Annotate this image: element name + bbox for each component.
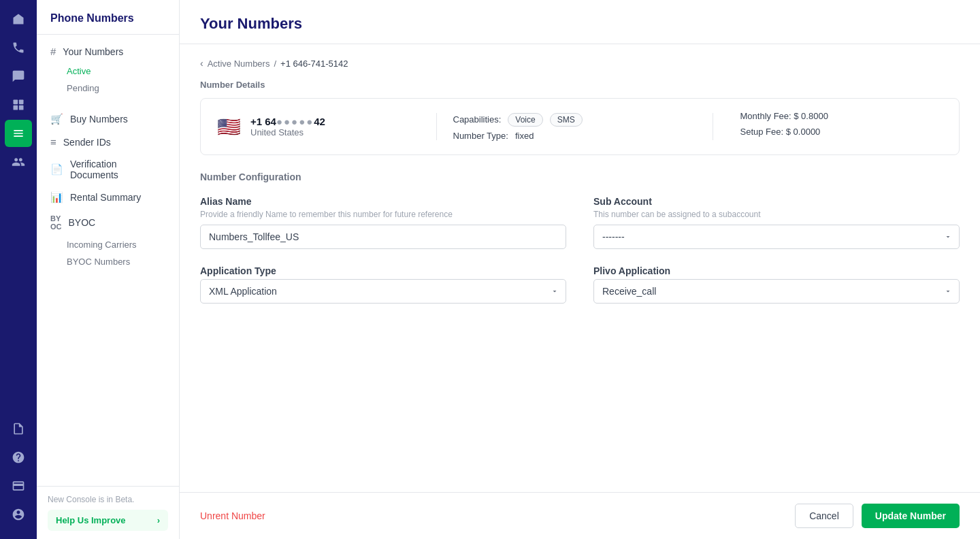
sub-account-hint: This number can be assigned to a subacco… bbox=[593, 210, 960, 219]
plivo-app-select[interactable]: Receive_call bbox=[593, 279, 960, 304]
sidebar-title: Phone Numbers bbox=[37, 0, 179, 35]
sidebar-item-sender-ids[interactable]: ≡ Sender IDs bbox=[37, 131, 179, 153]
sidebar-your-numbers-label: Your Numbers bbox=[63, 46, 123, 57]
message-icon[interactable] bbox=[5, 63, 32, 90]
app-type-select[interactable]: XML Application PHLO bbox=[200, 279, 566, 304]
breadcrumb-current: +1 646-741-5142 bbox=[280, 59, 348, 69]
phone-numbers-icon[interactable] bbox=[5, 120, 32, 147]
action-buttons: Cancel Update Number bbox=[795, 504, 960, 528]
monthly-fee-row: Monthly Fee: $ 0.8000 bbox=[740, 111, 943, 121]
number-card: 🇺🇸 +1 64●●●●●42 United States Capabiliti… bbox=[200, 98, 960, 155]
page-title: Your Numbers bbox=[200, 15, 960, 33]
alias-name-input[interactable] bbox=[200, 225, 566, 249]
help-circle-icon[interactable] bbox=[5, 444, 32, 471]
main-header: Your Numbers bbox=[180, 0, 980, 44]
flag-icon: 🇺🇸 bbox=[217, 116, 241, 138]
sidebar-item-your-numbers[interactable]: # Your Numbers bbox=[37, 40, 179, 63]
sidebar-footer: New Console is in Beta. Help Us Improve … bbox=[37, 486, 179, 539]
docs-icon[interactable] bbox=[5, 415, 32, 442]
help-improve-button[interactable]: Help Us Improve › bbox=[48, 510, 168, 531]
main-body: ‹ Active Numbers / +1 646-741-5142 Numbe… bbox=[180, 44, 980, 492]
unrent-button[interactable]: Unrent Number bbox=[200, 510, 265, 521]
alias-name-field: Alias Name Provide a friendly Name to re… bbox=[200, 196, 566, 249]
chevron-right-icon: › bbox=[157, 515, 160, 525]
plivo-app-label: Plivo Application bbox=[593, 265, 960, 276]
plivo-application-field: Plivo Application Receive_call bbox=[593, 265, 960, 304]
number-type-value: fixed bbox=[515, 131, 534, 141]
app-type-label: Application Type bbox=[200, 265, 566, 276]
billing-icon[interactable] bbox=[5, 472, 32, 500]
sidebar-sender-ids-label: Sender IDs bbox=[63, 137, 111, 148]
beta-text: New Console is in Beta. bbox=[48, 495, 168, 504]
sidebar-byoc-label: BYOC bbox=[69, 217, 96, 228]
voice-badge: Voice bbox=[508, 113, 542, 127]
divider-2 bbox=[713, 113, 713, 140]
capabilities-label: Capabilities: bbox=[453, 114, 502, 125]
number-type-label: Number Type: bbox=[453, 131, 508, 141]
application-type-field: Application Type XML Application PHLO bbox=[200, 265, 566, 304]
sidebar: Phone Numbers # Your Numbers Active Pend… bbox=[37, 0, 180, 539]
divider-1 bbox=[436, 113, 437, 140]
config-section: Number Configuration Alias Name Provide … bbox=[200, 172, 960, 304]
sidebar-subitem-pending[interactable]: Pending bbox=[37, 80, 179, 97]
sidebar-item-byoc[interactable]: BYOC BYOC bbox=[37, 209, 179, 236]
contacts-icon[interactable] bbox=[5, 148, 32, 176]
main-content: Your Numbers ‹ Active Numbers / +1 646-7… bbox=[180, 0, 980, 539]
hash-sidebar-icon: # bbox=[50, 46, 56, 57]
sms-badge: SMS bbox=[550, 113, 583, 127]
cart-icon: 🛒 bbox=[50, 113, 63, 125]
sidebar-verification-label: Verification Documents bbox=[70, 159, 165, 180]
config-title: Number Configuration bbox=[200, 172, 960, 182]
sidebar-subitem-active[interactable]: Active bbox=[37, 63, 179, 80]
sub-account-field: Sub Account This number can be assigned … bbox=[593, 196, 960, 249]
config-grid: Alias Name Provide a friendly Name to re… bbox=[200, 196, 960, 304]
phone-icon[interactable] bbox=[5, 34, 32, 61]
cancel-button[interactable]: Cancel bbox=[795, 504, 853, 528]
back-arrow[interactable]: ‹ bbox=[200, 58, 203, 69]
setup-fee-row: Setup Fee: $ 0.0000 bbox=[740, 127, 943, 137]
sender-icon: ≡ bbox=[50, 136, 56, 148]
sidebar-item-verification[interactable]: 📄 Verification Documents bbox=[37, 153, 179, 186]
sidebar-subitem-incoming-carriers[interactable]: Incoming Carriers bbox=[37, 236, 179, 253]
svg-rect-0 bbox=[14, 100, 18, 105]
sub-account-select[interactable]: ------- bbox=[593, 225, 960, 249]
sidebar-rental-label: Rental Summary bbox=[70, 192, 141, 203]
number-details-label: Number Details bbox=[200, 80, 960, 90]
sidebar-subitem-byoc-numbers[interactable]: BYOC Numbers bbox=[37, 253, 179, 270]
home-icon[interactable] bbox=[5, 5, 32, 33]
phone-country: United States bbox=[250, 127, 325, 137]
svg-rect-1 bbox=[19, 100, 24, 105]
fee-section: Monthly Fee: $ 0.8000 Setup Fee: $ 0.000… bbox=[730, 111, 943, 142]
update-number-button[interactable]: Update Number bbox=[862, 504, 960, 528]
breadcrumb-separator: / bbox=[274, 59, 276, 69]
rental-icon: 📊 bbox=[50, 191, 63, 203]
svg-rect-2 bbox=[14, 105, 18, 110]
breadcrumb-parent[interactable]: Active Numbers bbox=[208, 59, 270, 69]
account-icon[interactable] bbox=[5, 501, 32, 528]
breadcrumb: ‹ Active Numbers / +1 646-741-5142 bbox=[200, 58, 960, 69]
phone-number: +1 64●●●●●42 bbox=[250, 116, 325, 127]
verification-icon: 📄 bbox=[50, 163, 63, 176]
sidebar-buy-numbers-label: Buy Numbers bbox=[70, 114, 128, 125]
sub-account-label: Sub Account bbox=[593, 196, 960, 207]
footer-actions: Unrent Number Cancel Update Number bbox=[180, 492, 980, 539]
sidebar-item-buy-numbers[interactable]: 🛒 Buy Numbers bbox=[37, 108, 179, 131]
icon-bar bbox=[0, 0, 37, 539]
help-improve-label: Help Us Improve bbox=[56, 515, 126, 525]
alias-name-hint: Provide a friendly Name to remember this… bbox=[200, 210, 566, 219]
sidebar-item-rental-summary[interactable]: 📊 Rental Summary bbox=[37, 186, 179, 209]
lookup-icon[interactable] bbox=[5, 91, 32, 118]
capabilities-section: Capabilities: Voice SMS Number Type: fix… bbox=[453, 113, 696, 141]
alias-name-label: Alias Name bbox=[200, 196, 566, 207]
number-info: 🇺🇸 +1 64●●●●●42 United States bbox=[217, 116, 420, 138]
byoc-icon: BYOC bbox=[50, 214, 62, 231]
svg-rect-3 bbox=[19, 105, 24, 110]
